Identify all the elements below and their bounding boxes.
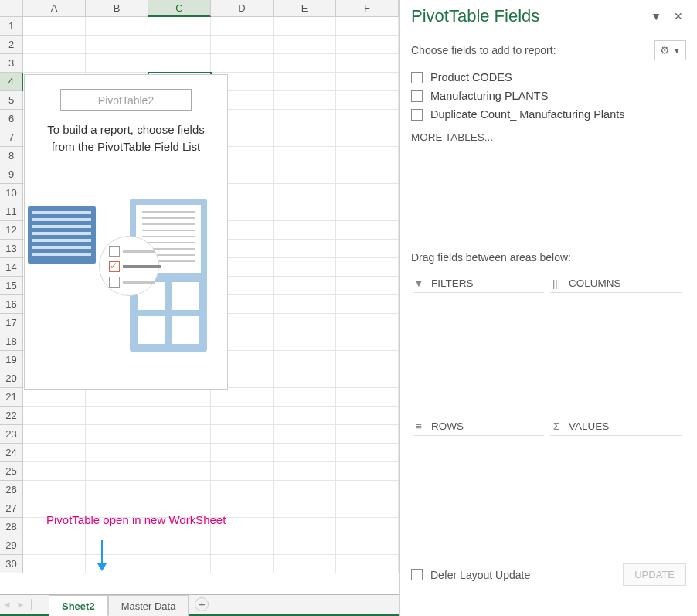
cell[interactable] — [86, 54, 148, 73]
cell[interactable] — [274, 351, 336, 369]
cell[interactable] — [274, 202, 336, 221]
cell[interactable] — [274, 499, 336, 518]
cell[interactable] — [86, 407, 148, 425]
row-header-14[interactable]: 14 — [0, 258, 23, 277]
cell[interactable] — [23, 388, 86, 407]
cell[interactable] — [274, 17, 336, 36]
field-product-codes[interactable]: Product CODES — [411, 71, 686, 83]
cell[interactable] — [274, 314, 336, 332]
field-manufacturing-plants[interactable]: Manufacturing PLANTS — [411, 90, 686, 102]
row-header-20[interactable]: 20 — [0, 369, 23, 388]
cell[interactable] — [336, 128, 399, 147]
cell[interactable] — [23, 407, 86, 425]
cell[interactable] — [336, 36, 399, 54]
checkbox-icon[interactable] — [411, 109, 423, 121]
cell[interactable] — [274, 444, 336, 462]
cell[interactable] — [274, 369, 336, 388]
row-header-13[interactable]: 13 — [0, 240, 23, 258]
values-area[interactable]: Σ VALUES — [549, 416, 686, 559]
cell[interactable] — [336, 147, 399, 165]
row-header-11[interactable]: 11 — [0, 202, 23, 221]
select-all-corner[interactable] — [0, 0, 23, 17]
row-header-23[interactable]: 23 — [0, 425, 23, 444]
cell[interactable] — [86, 17, 148, 36]
row-header-10[interactable]: 10 — [0, 184, 23, 202]
defer-checkbox[interactable] — [411, 569, 423, 580]
pane-dropdown-icon[interactable]: ▼ — [648, 9, 665, 24]
cell[interactable] — [274, 462, 336, 481]
checkbox-icon[interactable] — [411, 90, 423, 102]
cell[interactable] — [336, 202, 399, 221]
cell[interactable] — [274, 91, 336, 110]
cell[interactable] — [336, 277, 399, 295]
cell[interactable] — [336, 240, 399, 258]
cell[interactable] — [148, 36, 211, 54]
row-header-9[interactable]: 9 — [0, 165, 23, 184]
cell[interactable] — [211, 555, 274, 573]
row-header-25[interactable]: 25 — [0, 462, 23, 481]
row-header-3[interactable]: 3 — [0, 54, 23, 73]
row-header-30[interactable]: 30 — [0, 555, 23, 573]
cell[interactable] — [211, 407, 274, 425]
cell[interactable] — [336, 518, 399, 536]
row-header-4[interactable]: 4 — [0, 73, 23, 91]
row-header-26[interactable]: 26 — [0, 481, 23, 499]
row-header-28[interactable]: 28 — [0, 518, 23, 536]
row-header-5[interactable]: 5 — [0, 91, 23, 110]
cell[interactable] — [336, 314, 399, 332]
col-header-B[interactable]: B — [86, 0, 148, 17]
row-header-6[interactable]: 6 — [0, 110, 23, 128]
cell[interactable] — [274, 295, 336, 314]
cell[interactable] — [148, 425, 211, 444]
row-header-18[interactable]: 18 — [0, 332, 23, 351]
cell[interactable] — [211, 425, 274, 444]
cell[interactable] — [148, 481, 211, 499]
cell[interactable] — [336, 444, 399, 462]
cell[interactable] — [336, 54, 399, 73]
cell[interactable] — [336, 258, 399, 277]
cell[interactable] — [336, 17, 399, 36]
cell[interactable] — [274, 240, 336, 258]
col-header-D[interactable]: D — [211, 0, 274, 17]
pivottable-placeholder[interactable]: PivotTable2 To build a report, choose fi… — [24, 74, 228, 390]
cell[interactable] — [23, 462, 86, 481]
cell[interactable] — [274, 555, 336, 573]
cell[interactable] — [336, 369, 399, 388]
checkbox-icon[interactable] — [411, 72, 423, 83]
cell[interactable] — [86, 425, 148, 444]
row-header-29[interactable]: 29 — [0, 536, 23, 555]
row-header-2[interactable]: 2 — [0, 36, 23, 54]
cell[interactable] — [336, 165, 399, 184]
cell[interactable] — [211, 536, 274, 555]
cell[interactable] — [211, 388, 274, 407]
cell[interactable] — [336, 555, 399, 573]
field-duplicate-count[interactable]: Duplicate Count_ Manufacturing Plants — [411, 108, 686, 121]
field-list-options-button[interactable]: ⚙ ▼ — [654, 40, 686, 60]
cell[interactable] — [23, 555, 86, 573]
tab-scroll-prev-icon[interactable]: ► — [14, 600, 28, 609]
cell[interactable] — [336, 407, 399, 425]
cell[interactable] — [148, 407, 211, 425]
cell[interactable] — [336, 91, 399, 110]
cell[interactable] — [336, 462, 399, 481]
sheet-tab-sheet2[interactable]: Sheet2 — [49, 595, 108, 616]
add-sheet-button[interactable]: + — [195, 597, 209, 611]
cell[interactable] — [274, 165, 336, 184]
rows-area[interactable]: ≡ ROWS — [411, 416, 549, 559]
row-header-17[interactable]: 17 — [0, 314, 23, 332]
cell[interactable] — [23, 36, 86, 54]
cell[interactable] — [86, 388, 148, 407]
cell[interactable] — [336, 110, 399, 128]
cell[interactable] — [336, 221, 399, 240]
row-header-12[interactable]: 12 — [0, 221, 23, 240]
cell[interactable] — [23, 54, 86, 73]
cell[interactable] — [148, 388, 211, 407]
cell[interactable] — [148, 54, 211, 73]
cell[interactable] — [336, 351, 399, 369]
cell[interactable] — [23, 17, 86, 36]
row-header-15[interactable]: 15 — [0, 277, 23, 295]
col-header-E[interactable]: E — [274, 0, 336, 17]
cell[interactable] — [336, 536, 399, 555]
cell[interactable] — [148, 536, 211, 555]
cell[interactable] — [211, 54, 274, 73]
